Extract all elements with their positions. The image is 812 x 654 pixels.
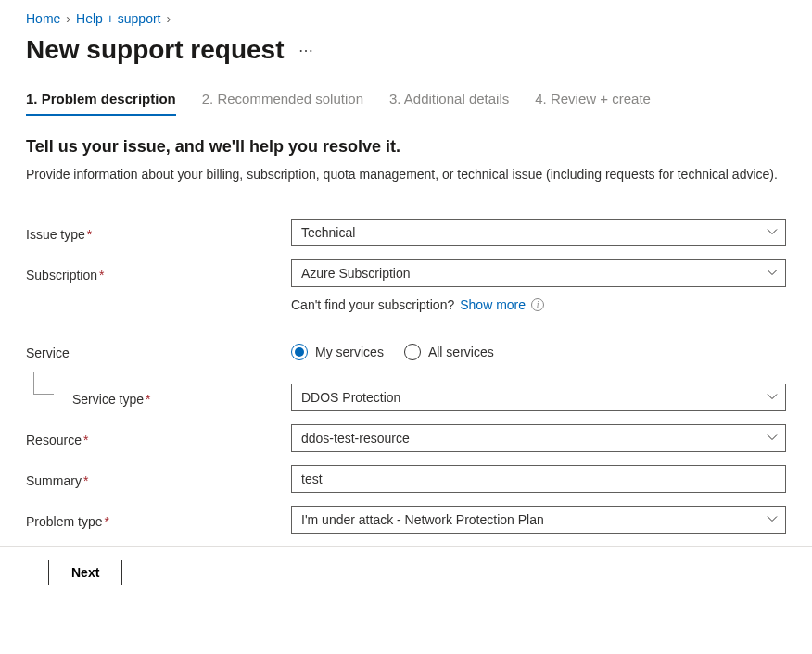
chevron-down-icon (767, 266, 778, 281)
footer-bar: Next (0, 546, 812, 598)
issue-type-value: Technical (301, 225, 355, 240)
tab-strip: 1. Problem description 2. Recommended so… (26, 91, 786, 117)
tab-review-create[interactable]: 4. Review + create (535, 91, 651, 116)
chevron-down-icon (767, 225, 778, 240)
required-mark: * (104, 514, 108, 529)
tab-additional-details[interactable]: 3. Additional details (389, 91, 509, 116)
section-subtext: Provide information about your billing, … (26, 166, 786, 184)
resource-select[interactable]: ddos-test-resource (291, 424, 786, 452)
breadcrumb-home[interactable]: Home (26, 11, 60, 26)
radio-icon (291, 344, 308, 360)
chevron-down-icon (767, 390, 778, 405)
chevron-right-icon: › (166, 11, 171, 26)
label-resource: Resource* (26, 428, 291, 447)
show-more-link[interactable]: Show more (460, 297, 526, 312)
chevron-down-icon (767, 431, 778, 446)
breadcrumb: Home › Help + support › (26, 11, 786, 26)
required-mark: * (83, 433, 88, 447)
label-issue-type: Issue type* (26, 222, 291, 242)
label-subscription: Subscription* (26, 263, 291, 283)
next-button[interactable]: Next (48, 560, 122, 585)
label-problem-type: Problem type* (26, 509, 291, 529)
radio-all-services[interactable]: All services (404, 344, 494, 360)
subscription-select[interactable]: Azure Subscription (291, 259, 786, 287)
required-mark: * (146, 392, 150, 407)
tab-recommended-solution[interactable]: 2. Recommended solution (202, 91, 363, 116)
required-mark: * (87, 227, 92, 242)
tree-line-icon (33, 372, 54, 395)
chevron-right-icon: › (66, 11, 70, 26)
service-radio-group: My services All services (291, 342, 786, 360)
radio-my-services-label: My services (315, 345, 384, 359)
summary-value: test (301, 472, 323, 486)
service-type-select[interactable]: DDOS Protection (291, 384, 786, 411)
problem-type-value: I'm under attack - Network Protection Pl… (301, 512, 544, 527)
resource-value: ddos-test-resource (301, 431, 410, 446)
radio-all-services-label: All services (428, 345, 494, 359)
label-service-type: Service type* (26, 387, 291, 407)
problem-type-select[interactable]: I'm under attack - Network Protection Pl… (291, 506, 786, 534)
required-mark: * (83, 473, 88, 488)
page-title: New support request (26, 35, 284, 65)
summary-input[interactable]: test (291, 465, 786, 493)
radio-icon (404, 344, 421, 360)
label-summary: Summary* (26, 469, 291, 488)
breadcrumb-help-support[interactable]: Help + support (76, 11, 160, 26)
subscription-helper-text: Can't find your subscription? (291, 297, 454, 312)
info-icon[interactable]: i (531, 298, 544, 311)
chevron-down-icon (767, 512, 778, 527)
more-actions-icon[interactable]: ⋯ (298, 42, 315, 59)
subscription-value: Azure Subscription (301, 266, 411, 281)
section-heading: Tell us your issue, and we'll help you r… (26, 137, 786, 157)
issue-type-select[interactable]: Technical (291, 219, 786, 246)
required-mark: * (99, 268, 104, 283)
tab-problem-description[interactable]: 1. Problem description (26, 91, 176, 116)
label-service: Service (26, 341, 291, 360)
radio-my-services[interactable]: My services (291, 344, 384, 360)
service-type-value: DDOS Protection (301, 390, 400, 405)
